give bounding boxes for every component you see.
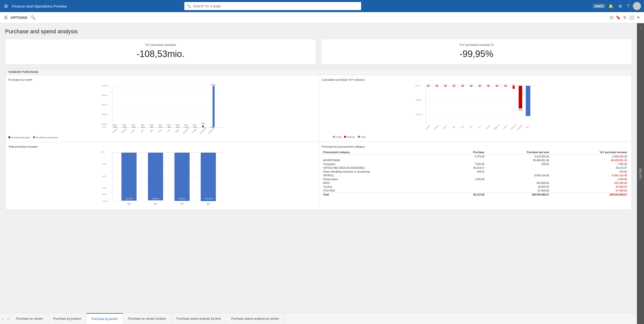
main-content: Purchase and spend analysis YoY purchase… [0,23,637,324]
svg-text:-100%: -100% [102,200,108,202]
table-cell-category: PAYROLL [322,174,449,177]
hamburger-icon[interactable]: ☰ [4,15,8,20]
svg-rect-71 [436,86,438,87]
svg-text:June: June [158,129,162,133]
table-cell-purchase [449,158,486,162]
filter-label: FILTRE [639,168,642,179]
tab-item[interactable]: Purchase by product [48,313,86,324]
table-cell-increase: -95.408.851,36 [551,158,629,162]
svg-rect-37 [168,127,169,127]
svg-rect-25 [142,127,143,127]
svg-text:-50mio.: -50mio. [415,99,422,101]
user-icon[interactable]: ●●●● [593,4,605,8]
table-cell-last_year: 108.593.685,67 [486,193,551,197]
settings-icon[interactable]: ⚙ [617,3,624,10]
avatar[interactable] [633,2,641,10]
tab-item[interactable]: Purchase by vendor location [123,313,171,324]
purchase-month-legend: Purchase last year Purchase current year [8,136,315,139]
svg-rect-30 [153,127,154,127]
table-cell-last_year: 87.600,00 [486,189,551,193]
table-cell-increase: 45.014,57 [551,166,629,170]
table-row: Paper shredding machines or accessories2… [322,170,629,174]
svg-text:May: May [150,129,153,133]
table-cell-category: RENT [322,181,449,185]
svg-text:April: April [140,129,144,133]
table-cell-increase: -40.000,00 [551,185,629,189]
svg-text:1mio.: 1mio. [113,124,117,126]
svg-text:February: February [121,128,127,134]
table-row: Computers7.635,86200,007.435,86 [322,162,629,166]
kpi-label-1: YoY purchase increase % [327,43,626,47]
table-cell-category: ADVERTISING [322,158,449,162]
svg-text:20mio.: 20mio. [102,123,108,125]
svg-rect-92 [496,86,498,87]
table-cell-purchase: 45.014,57 [449,166,486,170]
table-cell-purchase: 59.127,00 [449,193,486,197]
table-row: Total59.127,00108.593.685,67-108.534.558… [322,193,629,197]
svg-rect-58 [213,86,215,127]
grid-icon[interactable]: ⊞ [3,2,9,10]
table-cell-purchase [449,174,486,177]
svg-text:February: February [434,124,439,130]
svg-text:Total: Total [526,125,529,129]
svg-text:1mio.: 1mio. [175,124,180,126]
table-cell-category: Tractors [322,185,449,189]
tab-item[interactable]: Purchase spend analysis by vendor [226,313,284,324]
procurement-table: Procurement category Purchase Purchase l… [322,150,629,197]
filter-panel[interactable]: ‹ FILTRE [637,23,644,324]
svg-text:100mio.: 100mio. [102,85,109,87]
cum-legend-reducer: Reducer [347,136,355,138]
search-bar[interactable]: 🔍 [184,2,361,10]
bookmark-icon[interactable]: 🔖 [616,15,621,20]
svg-rect-77 [453,86,455,87]
svg-rect-124 [175,153,190,201]
svg-text:July: July [478,126,481,129]
svg-text:-4mio.: -4mio. [511,84,516,86]
tab-next-arrow[interactable]: › [6,313,11,324]
svg-text:-1mio.: -1mio. [426,84,430,86]
vendor-purchase-section: VENDOR PURCHASE Purchase by month 100mio… [5,69,632,210]
svg-text:April: April [452,125,455,129]
cum-legend-forag: Forag [336,136,342,138]
tab-item[interactable]: Purchase spend analysis by time [171,313,226,324]
tab-item[interactable]: Purchase by vendor [11,313,48,324]
search-input[interactable] [193,4,359,8]
section-header-vendor: VENDOR PURCHASE [5,69,632,75]
svg-rect-68 [427,86,429,87]
svg-rect-38 [170,127,171,127]
table-cell-purchase [449,189,486,193]
svg-rect-118 [121,153,137,201]
table-cell-purchase: 1.956,95 [449,177,486,181]
close-icon[interactable]: ✕ [637,15,640,20]
svg-text:-40%: -40% [102,175,107,177]
help-icon[interactable]: ? [626,3,631,9]
table-cell-increase: -3.606.654,36 [551,155,629,159]
legend-label-cy: Purchase current year [36,136,58,139]
svg-text:60mio.: 60mio. [102,104,108,106]
svg-rect-26 [143,127,145,127]
svg-text:January: January [112,128,118,134]
table-cell-purchase [449,181,486,185]
table-cell-category: Total [322,193,449,197]
tab-item[interactable]: Purchase by period [86,313,123,324]
refresh-icon[interactable]: ↻ [623,15,627,20]
table-cell-increase: -492.000,00 [551,181,629,185]
kpi-card-purchase-increase: YoY purchase increase -108,53mio. [5,39,316,65]
svg-text:September: September [182,127,189,134]
cumulative-title: Cumulative purchase YoY variance [322,78,629,81]
svg-text:0%: 0% [102,151,105,153]
nav-right: ●●●● 🔔 ⚙ ? [593,2,641,10]
embed-icon[interactable]: ⊡ [610,15,613,20]
notification-icon[interactable]: 🔔 [607,3,615,10]
svg-text:Q2: Q2 [154,202,157,205]
kpi-value-0: -108,53mio. [11,49,310,59]
table-row: OFFICE AND DESK ACCESSORIES45.014,5745.0… [322,166,629,170]
table-cell-increase: -108.534.558,67 [551,193,629,197]
total-purchase-increase-panel: Total purchase increase 0% -20% -40% -60… [5,142,319,210]
cumulative-chart-panel: Cumulative purchase YoY variance 0mio. -… [319,75,632,142]
tab-prev-arrow[interactable]: ‹ [0,313,6,324]
options-search-icon[interactable]: 🔍 [31,15,36,20]
svg-text:-99,81%: -99,81% [178,198,186,200]
window-icon[interactable]: ⬜ [629,15,634,20]
col-header-category: Procurement category [322,150,449,155]
